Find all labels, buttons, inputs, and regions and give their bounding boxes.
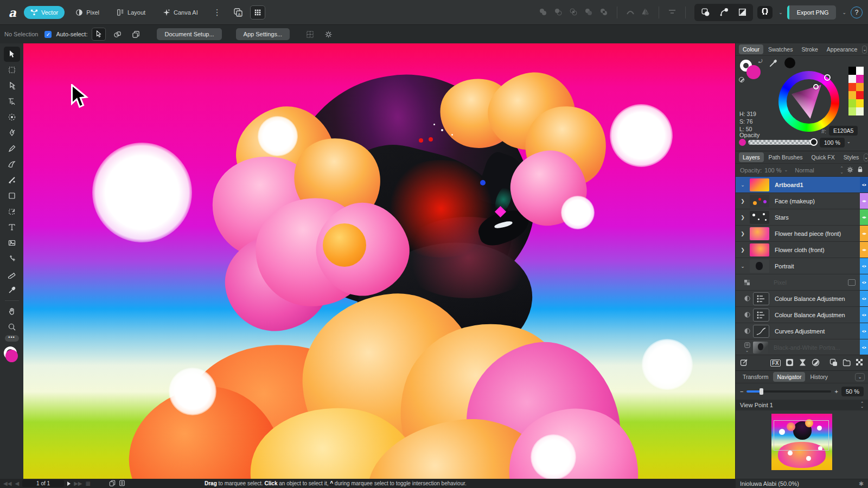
mask-layer-icon[interactable]: [786, 358, 794, 368]
persona-pixel[interactable]: Pixel: [69, 6, 106, 19]
zoom-out-icon[interactable]: −: [740, 388, 743, 395]
layer-row-colour-balance-2[interactable]: Colour Balance Adjustmen: [736, 307, 868, 323]
zoom-slider-handle[interactable]: [760, 388, 763, 395]
auto-select-checkbox[interactable]: ✓: [44, 31, 52, 38]
colour-picker-tool[interactable]: [4, 282, 20, 298]
zoom-tool[interactable]: [4, 319, 20, 335]
layer-row-pixel[interactable]: Pixel: [736, 274, 868, 291]
blend-ranges-icon[interactable]: [856, 358, 864, 368]
hue-selector[interactable]: [824, 74, 831, 81]
settings-gear-icon[interactable]: [321, 28, 335, 41]
layer-fx-icon[interactable]: FX: [770, 359, 781, 367]
canvas-viewport[interactable]: [23, 43, 735, 479]
layer-row-face-makeup[interactable]: ❯ Face (makeup): [736, 193, 868, 209]
page-list-icon[interactable]: ▦: [86, 480, 91, 486]
node-tool[interactable]: [4, 78, 20, 93]
artboard-tool[interactable]: [4, 62, 20, 78]
combine-boolean-icon[interactable]: [599, 8, 608, 17]
secondary-colour-well[interactable]: [784, 57, 795, 68]
export-dropdown-icon[interactable]: ⌄: [842, 10, 846, 15]
tab-transform[interactable]: Transform: [739, 372, 772, 382]
panel-chevron-icon[interactable]: ⌄: [862, 46, 867, 54]
swap-colours-icon[interactable]: ⤾: [758, 59, 763, 65]
expand-icon[interactable]: ❯: [736, 215, 750, 220]
blend-mode-value[interactable]: Normal: [795, 167, 814, 174]
blend-stepper-icon[interactable]: ⌃⌄: [840, 166, 844, 174]
first-page-icon[interactable]: ◀◀: [3, 480, 11, 486]
subtract-boolean-icon[interactable]: [554, 8, 563, 17]
tab-path-brushes[interactable]: Path Brushes: [765, 152, 807, 162]
view-point-selector[interactable]: View Point 1 ⌃⌄: [736, 400, 868, 410]
app-settings-button[interactable]: App Settings...: [236, 28, 290, 40]
add-group-icon[interactable]: [843, 358, 851, 368]
fill-swatch[interactable]: [5, 350, 18, 362]
transform-objects-separately-icon[interactable]: [698, 5, 713, 20]
export-png-button[interactable]: Export PNG: [787, 5, 837, 20]
colour-wheel[interactable]: [778, 71, 839, 132]
move-tool[interactable]: [4, 47, 20, 62]
tab-layers[interactable]: Layers: [739, 152, 764, 162]
expand-icon[interactable]: ❯: [736, 231, 750, 236]
persona-canva-ai[interactable]: Canva AI: [156, 6, 205, 19]
fill-stroke-indicator[interactable]: ⤾: [740, 59, 765, 81]
flip-horizontal-icon[interactable]: [641, 8, 650, 17]
opacity-slider[interactable]: [748, 140, 814, 145]
studio-presets-icon[interactable]: [250, 5, 265, 20]
panel-chevron-icon[interactable]: ⌄: [864, 153, 868, 162]
swatch[interactable]: [856, 75, 864, 83]
frame-text-tool[interactable]: [4, 220, 20, 235]
view-hand-tool[interactable]: [4, 304, 20, 319]
auto-select-group-mode[interactable]: [129, 28, 143, 41]
layers-opacity-value[interactable]: 100 %: [764, 167, 781, 174]
opacity-dropdown-icon[interactable]: ⌄: [784, 168, 788, 172]
scroll-chevron-icon[interactable]: ⌄: [745, 348, 749, 353]
lock-icon[interactable]: [857, 166, 864, 174]
navigator-view-rectangle[interactable]: [774, 420, 829, 451]
zoom-value[interactable]: 50 %: [841, 387, 864, 396]
opacity-value[interactable]: 100 %: [820, 138, 845, 147]
document-setup-button[interactable]: Document Setup...: [157, 28, 221, 40]
swatch[interactable]: [848, 83, 856, 91]
tab-appearance[interactable]: Appearance: [823, 44, 861, 54]
measure-tool[interactable]: [4, 267, 20, 282]
zoom-in-icon[interactable]: +: [834, 388, 838, 395]
swatch[interactable]: [856, 107, 864, 115]
intersect-boolean-icon[interactable]: [569, 8, 578, 17]
add-pixel-layer-icon[interactable]: [829, 358, 838, 368]
more-tools-button[interactable]: •••: [5, 335, 19, 342]
layer-row-colour-balance-1[interactable]: Colour Balance Adjustmen: [736, 291, 868, 307]
swatch[interactable]: [856, 67, 864, 75]
zoom-slider[interactable]: [746, 390, 831, 393]
swatch[interactable]: [848, 99, 856, 107]
opacity-slider-handle[interactable]: [810, 138, 818, 146]
saturation-selector[interactable]: [813, 84, 819, 89]
collapse-icon[interactable]: ⌄: [736, 182, 750, 188]
layer-row-flower-cloth[interactable]: ❯ Flower cloth (front): [736, 242, 868, 258]
layer-row-artboard1[interactable]: ⌄ Artboard1: [736, 177, 868, 193]
collapse-icon[interactable]: ⌄: [736, 264, 750, 269]
star-icon[interactable]: ✱: [859, 480, 864, 487]
edit-all-layers-icon[interactable]: [740, 358, 748, 368]
tab-navigator[interactable]: Navigator: [773, 372, 805, 382]
resource-manager-icon[interactable]: A: [231, 5, 246, 20]
swatch[interactable]: [848, 91, 856, 99]
auto-select-cursor-mode[interactable]: [92, 28, 106, 41]
navigator-thumbnail[interactable]: [771, 414, 832, 470]
persona-layout[interactable]: Layout: [110, 6, 152, 19]
layer-row-flower-head-piece[interactable]: ❯ Flower head piece (front): [736, 226, 868, 242]
tab-colour[interactable]: Colour: [739, 44, 763, 54]
colour-picker-icon[interactable]: [768, 57, 779, 69]
more-personas-icon[interactable]: ⋮: [209, 8, 226, 17]
swatch[interactable]: [856, 91, 864, 99]
fill-stroke-swatch[interactable]: [4, 346, 20, 363]
swatch[interactable]: [848, 67, 856, 75]
tab-stroke[interactable]: Stroke: [797, 44, 821, 54]
expand-stroke-icon[interactable]: [626, 8, 635, 17]
panel-chevron-icon[interactable]: ⌄: [855, 373, 865, 381]
place-image-tool[interactable]: [4, 235, 20, 251]
layer-row-curves[interactable]: Curves Adjustment: [736, 323, 868, 339]
help-button[interactable]: ?: [851, 7, 863, 18]
opacity-chevron-icon[interactable]: ⌄: [847, 139, 851, 144]
no-colour-icon[interactable]: [739, 77, 744, 82]
tab-history[interactable]: History: [806, 372, 832, 382]
